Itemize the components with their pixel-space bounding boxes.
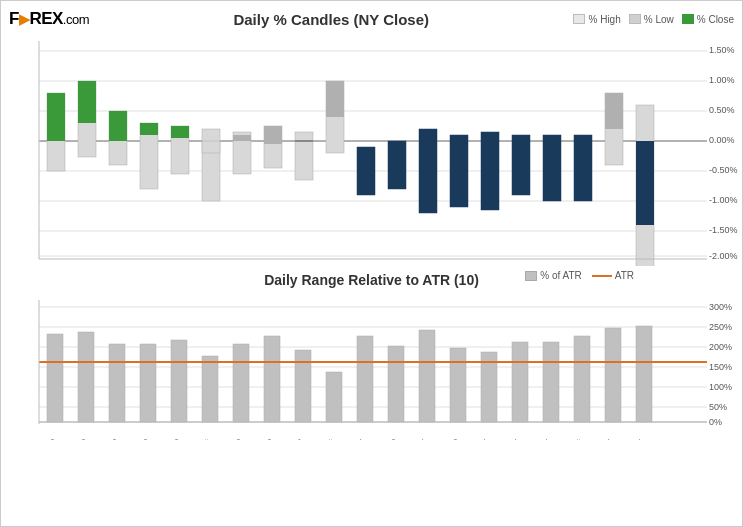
legend-low-box (629, 14, 641, 24)
svg-text:CADCHF: CADCHF (575, 439, 584, 440)
bar-gbpaud-close (233, 135, 251, 141)
bar-chfjpy-close (481, 141, 499, 165)
bar2-eurusd (388, 346, 404, 422)
svg-text:NZDJPY: NZDJPY (420, 438, 429, 440)
svg-text:EURGBP: EURGBP (296, 439, 305, 440)
bar-usdjpy-close (357, 147, 375, 183)
svg-text:GBPAUD: GBPAUD (234, 439, 243, 440)
svg-text:250%: 250% (709, 322, 732, 332)
bar-usdchf-highlow (202, 129, 220, 201)
svg-text:1.00%: 1.00% (709, 75, 735, 85)
svg-text:1.50%: 1.50% (709, 45, 735, 55)
bar-gbpjpy-close (512, 141, 530, 159)
legend-close-box (682, 14, 694, 24)
bar-eurusd-close (388, 141, 406, 183)
svg-text:USDCAD: USDCAD (48, 439, 57, 440)
bar2-cadchf (574, 336, 590, 422)
svg-text:USDCHF: USDCHF (203, 439, 212, 440)
svg-text:CHFJPY: CHFJPY (482, 438, 491, 440)
bar-eurgbp-highlow (295, 132, 313, 180)
bar-nzdchf-close (326, 81, 344, 117)
bar2-euraud (264, 336, 280, 422)
bar2-gbpcad (109, 344, 125, 422)
bar2-eurjpy (543, 342, 559, 422)
chart2-legend: % of ATR ATR (525, 270, 634, 281)
bar-eurjpy-close (543, 141, 561, 177)
svg-text:USDJPY: USDJPY (358, 438, 367, 440)
bar2-eurcad (140, 344, 156, 422)
svg-text:0.00%: 0.00% (709, 135, 735, 145)
bar-nzdjpy-close (419, 141, 437, 201)
svg-text:EURAUD: EURAUD (265, 439, 274, 440)
chart1-title: Daily % Candles (NY Close) (89, 11, 573, 28)
svg-text:-2.00%: -2.00% (709, 251, 738, 261)
svg-text:AUDJPY: AUDJPY (606, 438, 615, 440)
bar2-gbpjpy (512, 342, 528, 422)
svg-text:50%: 50% (709, 402, 727, 412)
svg-text:-1.00%: -1.00% (709, 195, 738, 205)
bar-gbpcad-close (109, 111, 127, 141)
svg-text:NZDCHF: NZDCHF (327, 439, 336, 440)
svg-text:NZDCAD: NZDCAD (79, 439, 88, 440)
legend-low-label: % Low (644, 14, 674, 25)
chart2-title: Daily Range Relative to ATR (10) (264, 272, 479, 288)
svg-text:CADJPY: CADJPY (637, 438, 646, 440)
bar2-gbpaud (233, 344, 249, 422)
svg-text:AUDCAD: AUDCAD (172, 439, 181, 440)
bar2-eurgbp (295, 350, 311, 422)
bar2-audcad (171, 340, 187, 422)
bar-cadchf-close (574, 141, 592, 159)
legend-high: % High (573, 14, 620, 25)
legend-ATR: ATR (592, 270, 634, 281)
legend-close: % Close (682, 14, 734, 25)
svg-text:GBPJPY: GBPJPY (513, 438, 522, 440)
bar-audusd-close (450, 141, 468, 177)
bar2-usdcad (47, 334, 63, 422)
bar-nzdcad-close (78, 81, 96, 123)
chart1-area: 1.50% 1.00% 0.50% 0.00% -0.50% -1.00% -1… (9, 31, 734, 266)
bar2-cadjpy (636, 326, 652, 422)
svg-text:EURCAD: EURCAD (141, 439, 150, 440)
legend-high-label: % High (588, 14, 620, 25)
chart2-header: Daily Range Relative to ATR (10) % of AT… (9, 266, 734, 292)
legend-high-box (573, 14, 585, 24)
legend-ATR-line (592, 275, 612, 277)
bar2-usdjpy (357, 336, 373, 422)
svg-text:EURJPY: EURJPY (544, 438, 553, 440)
svg-text:0%: 0% (709, 417, 722, 427)
bar-audjpy-close (605, 93, 623, 129)
bar-eurgbp-close (295, 140, 313, 142)
bar2-nzdchf (326, 372, 342, 422)
legend-pctATR-label: % of ATR (540, 270, 582, 281)
bar2-usdchf (202, 356, 218, 422)
bar2-audusd (450, 348, 466, 422)
svg-text:-0.50%: -0.50% (709, 165, 738, 175)
bar-euraud-close (264, 126, 282, 144)
bar2-nzdjpy (419, 330, 435, 422)
svg-text:AUDUSD: AUDUSD (451, 439, 460, 440)
svg-text:100%: 100% (709, 382, 732, 392)
header: F▶REX.com Daily % Candles (NY Close) % H… (9, 9, 734, 29)
logo: F▶REX.com (9, 9, 89, 29)
chart1-legend: % High % Low % Close (573, 14, 734, 25)
legend-pctATR-box (525, 271, 537, 281)
legend-close-label: % Close (697, 14, 734, 25)
main-container: F▶REX.com Daily % Candles (NY Close) % H… (0, 0, 743, 527)
svg-text:150%: 150% (709, 362, 732, 372)
svg-text:GBPCAD: GBPCAD (110, 439, 119, 440)
chart1-svg: 1.50% 1.00% 0.50% 0.00% -0.50% -1.00% -1… (9, 31, 743, 266)
bar-cadjpy-close (636, 141, 654, 225)
bar2-audjpy (605, 328, 621, 422)
bar-usdchf-close (202, 141, 220, 153)
legend-low: % Low (629, 14, 674, 25)
svg-text:-1.50%: -1.50% (709, 225, 738, 235)
svg-text:0.50%: 0.50% (709, 105, 735, 115)
bar2-nzdcad (78, 332, 94, 422)
bar-audcad-close (171, 126, 189, 138)
chart2-svg: 300% 250% 200% 150% 100% 50% 0% (9, 292, 743, 440)
legend-ATR-label: ATR (615, 270, 634, 281)
svg-text:300%: 300% (709, 302, 732, 312)
svg-text:EURUSD: EURUSD (389, 439, 398, 440)
svg-text:200%: 200% (709, 342, 732, 352)
bar-usdcad-close (47, 93, 65, 141)
